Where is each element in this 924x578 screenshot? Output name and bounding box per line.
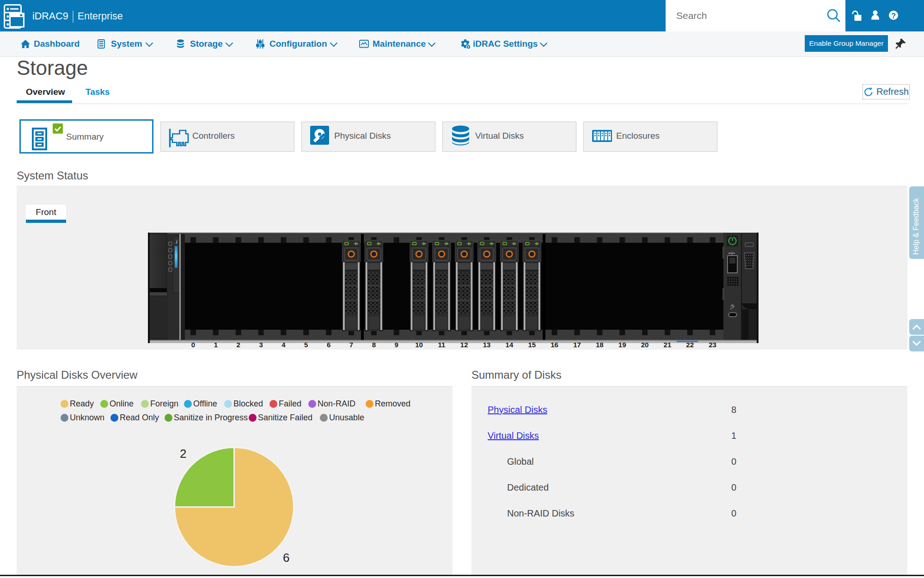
svg-text:11: 11 (438, 341, 445, 349)
svg-text:7: 7 (349, 341, 353, 349)
svg-text:4: 4 (281, 341, 286, 349)
svg-text:17: 17 (573, 341, 581, 349)
svg-text:16: 16 (551, 341, 558, 349)
svg-text:10: 10 (415, 341, 423, 349)
svg-text:15: 15 (528, 341, 536, 349)
svg-text:12: 12 (460, 341, 468, 349)
svg-text:13: 13 (483, 341, 491, 349)
svg-text:9: 9 (395, 341, 398, 349)
svg-text:23: 23 (709, 341, 716, 349)
svg-text:22: 22 (686, 341, 694, 349)
svg-text:3: 3 (259, 341, 263, 349)
svg-text:0: 0 (191, 341, 195, 349)
svg-text:2: 2 (237, 341, 240, 349)
svg-text:5: 5 (304, 341, 308, 349)
svg-text:20: 20 (641, 341, 649, 349)
svg-text:8: 8 (372, 341, 376, 349)
svg-text:21: 21 (664, 341, 672, 349)
svg-text:18: 18 (596, 341, 604, 349)
svg-text:?: ? (891, 12, 896, 20)
svg-text:1: 1 (214, 341, 218, 349)
svg-text:6: 6 (327, 341, 330, 349)
svg-text:19: 19 (618, 341, 626, 349)
svg-text:14: 14 (506, 341, 514, 349)
